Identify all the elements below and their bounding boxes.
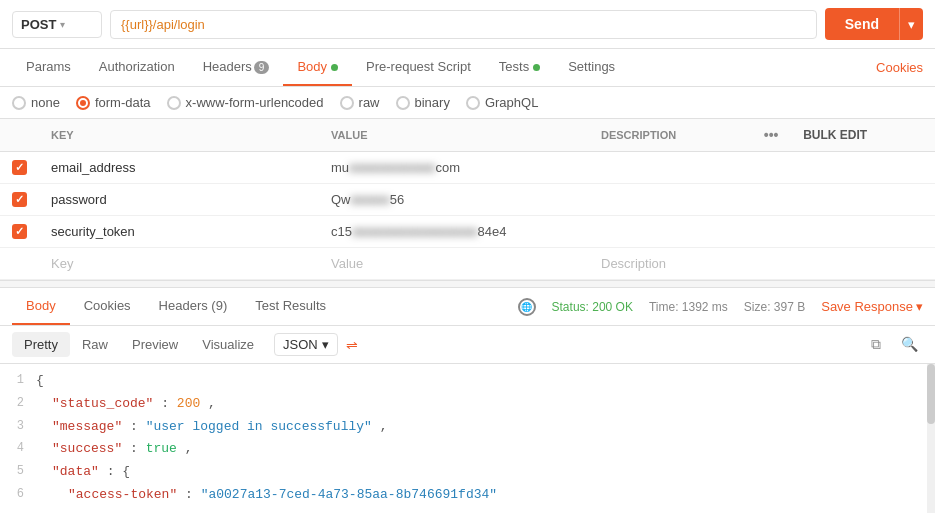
- line-num-3: 3: [0, 417, 36, 438]
- response-tab-cookies[interactable]: Cookies: [70, 288, 145, 325]
- body-type-raw[interactable]: raw: [340, 95, 380, 110]
- radio-urlencoded: [167, 96, 181, 110]
- table-empty-row: Key Value Description: [0, 248, 935, 280]
- json-content-wrapper: 1 { 2 "status_code" : 200 , 3 "message" …: [0, 364, 935, 513]
- status-size: Size: 397 B: [744, 300, 805, 314]
- json-line-3: 3 "message" : "user logged in successful…: [0, 416, 935, 439]
- row3-key[interactable]: security_token: [51, 224, 135, 239]
- body-type-form-data[interactable]: form-data: [76, 95, 151, 110]
- row1-value-blurred: ●●●●●●●●●●●: [349, 160, 435, 175]
- radio-graphql: [466, 96, 480, 110]
- json-line-6: 6 "access-token" : "a0027a13-7ced-4a73-8…: [0, 484, 935, 507]
- globe-icon: 🌐: [518, 298, 536, 316]
- body-dot: [331, 64, 338, 71]
- json-content: 1 { 2 "status_code" : 200 , 3 "message" …: [0, 364, 935, 513]
- line-num-5: 5: [0, 462, 36, 483]
- tab-settings[interactable]: Settings: [554, 49, 629, 86]
- url-input[interactable]: [110, 10, 817, 39]
- format-row: Pretty Raw Preview Visualize JSON ▾ ⇌ ⧉ …: [0, 326, 935, 364]
- json-line-5: 5 "data" : {: [0, 461, 935, 484]
- tab-pre-request[interactable]: Pre-request Script: [352, 49, 485, 86]
- line-num-2: 2: [0, 394, 36, 415]
- top-bar: POST ▾ Send ▾: [0, 0, 935, 49]
- scrollbar-track[interactable]: [927, 364, 935, 513]
- row3-value-blurred: ●●●●●●●●●●●●●●●●: [352, 224, 478, 239]
- body-type-urlencoded[interactable]: x-www-form-urlencoded: [167, 95, 324, 110]
- json-line-4: 4 "success" : true ,: [0, 438, 935, 461]
- json-chevron-icon: ▾: [322, 337, 329, 352]
- row1-value[interactable]: mu●●●●●●●●●●●com: [331, 160, 460, 175]
- row2-value[interactable]: Qw●●●●●56: [331, 192, 404, 207]
- send-btn-group: Send ▾: [825, 8, 923, 40]
- response-nav-tabs: Body Cookies Headers (9) Test Results 🌐 …: [0, 288, 935, 326]
- th-bulk-edit[interactable]: Bulk Edit: [791, 119, 935, 152]
- response-tab-headers[interactable]: Headers (9): [145, 288, 242, 325]
- th-actions: •••: [751, 119, 791, 152]
- tab-headers[interactable]: Headers9: [189, 49, 284, 86]
- response-tab-test-results[interactable]: Test Results: [241, 288, 340, 325]
- params-table-wrapper: KEY VALUE DESCRIPTION ••• Bulk Edit emai…: [0, 119, 935, 280]
- tab-authorization[interactable]: Authorization: [85, 49, 189, 86]
- empty-value[interactable]: Value: [331, 256, 363, 271]
- format-tab-visualize[interactable]: Visualize: [190, 332, 266, 357]
- body-type-graphql[interactable]: GraphQL: [466, 95, 538, 110]
- th-value: VALUE: [319, 119, 589, 152]
- more-actions-icon[interactable]: •••: [764, 127, 779, 143]
- search-icon[interactable]: 🔍: [896, 334, 923, 355]
- method-selector[interactable]: POST ▾: [12, 11, 102, 38]
- status-time: Time: 1392 ms: [649, 300, 728, 314]
- empty-desc[interactable]: Description: [601, 256, 666, 271]
- body-type-none[interactable]: none: [12, 95, 60, 110]
- format-tab-raw[interactable]: Raw: [70, 332, 120, 357]
- radio-form-data: [76, 96, 90, 110]
- row2-key[interactable]: password: [51, 192, 107, 207]
- table-row: email_address mu●●●●●●●●●●●com: [0, 152, 935, 184]
- tests-dot: [533, 64, 540, 71]
- json-line-2: 2 "status_code" : 200 ,: [0, 393, 935, 416]
- row3-checkbox[interactable]: [12, 224, 27, 239]
- request-nav-tabs: Params Authorization Headers9 Body Pre-r…: [0, 49, 935, 87]
- send-button[interactable]: Send: [825, 8, 899, 40]
- line-num-6: 6: [0, 485, 36, 506]
- json-type-selector[interactable]: JSON ▾: [274, 333, 338, 356]
- format-tab-preview[interactable]: Preview: [120, 332, 190, 357]
- method-text: POST: [21, 17, 56, 32]
- radio-none: [12, 96, 26, 110]
- section-divider: [0, 280, 935, 288]
- line-num-1: 1: [0, 371, 36, 392]
- th-checkbox: [0, 119, 39, 152]
- table-row: security_token c15●●●●●●●●●●●●●●●●84e4: [0, 216, 935, 248]
- table-row: password Qw●●●●●56: [0, 184, 935, 216]
- th-description: DESCRIPTION: [589, 119, 751, 152]
- row2-value-blurred: ●●●●●: [351, 192, 390, 207]
- row2-checkbox[interactable]: [12, 192, 27, 207]
- copy-icon[interactable]: ⧉: [866, 334, 886, 355]
- scrollbar-thumb[interactable]: [927, 364, 935, 424]
- params-table: KEY VALUE DESCRIPTION ••• Bulk Edit emai…: [0, 119, 935, 280]
- status-ok: Status: 200 OK: [552, 300, 633, 314]
- row3-value[interactable]: c15●●●●●●●●●●●●●●●●84e4: [331, 224, 507, 239]
- format-tab-pretty[interactable]: Pretty: [12, 332, 70, 357]
- empty-key[interactable]: Key: [51, 256, 73, 271]
- save-response-button[interactable]: Save Response ▾: [821, 299, 923, 314]
- chevron-down-icon: ▾: [60, 19, 65, 30]
- send-dropdown-button[interactable]: ▾: [899, 8, 923, 40]
- tab-body[interactable]: Body: [283, 49, 352, 86]
- response-tab-body[interactable]: Body: [12, 288, 70, 325]
- json-line-1: 1 {: [0, 370, 935, 393]
- radio-raw: [340, 96, 354, 110]
- th-key: KEY: [39, 119, 319, 152]
- body-type-row: none form-data x-www-form-urlencoded raw…: [0, 87, 935, 119]
- body-type-binary[interactable]: binary: [396, 95, 450, 110]
- row1-key[interactable]: email_address: [51, 160, 136, 175]
- tab-params[interactable]: Params: [12, 49, 85, 86]
- line-num-4: 4: [0, 439, 36, 460]
- radio-binary: [396, 96, 410, 110]
- tab-tests[interactable]: Tests: [485, 49, 554, 86]
- format-actions: ⧉ 🔍: [866, 334, 923, 355]
- cookies-link[interactable]: Cookies: [876, 60, 923, 75]
- row1-checkbox[interactable]: [12, 160, 27, 175]
- filter-icon[interactable]: ⇌: [346, 337, 358, 353]
- response-status-bar: 🌐 Status: 200 OK Time: 1392 ms Size: 397…: [518, 298, 923, 316]
